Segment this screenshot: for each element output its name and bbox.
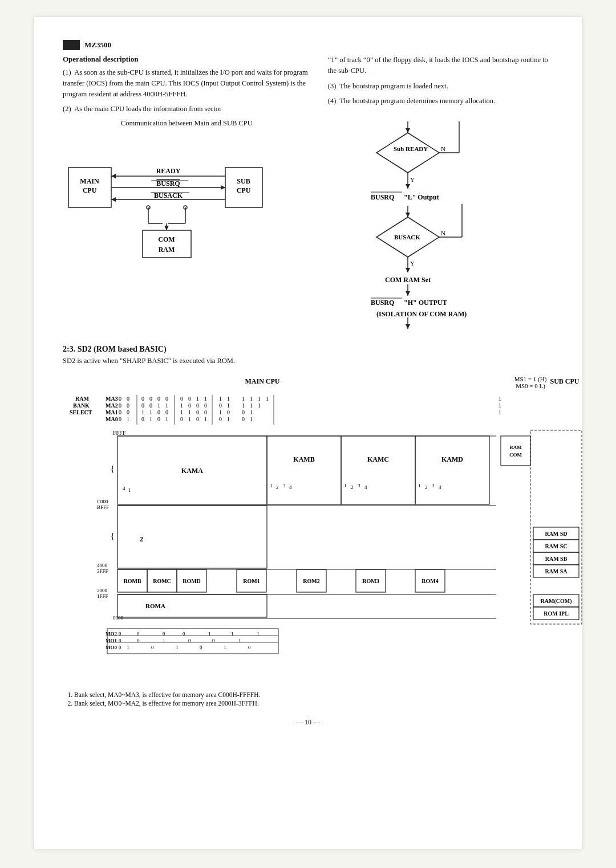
svg-text:1FFF: 1FFF xyxy=(97,593,108,599)
svg-text:0: 0 xyxy=(119,645,121,650)
svg-text:1: 1 xyxy=(242,396,245,402)
svg-text:0: 0 xyxy=(119,402,121,409)
svg-text:0: 0 xyxy=(151,645,154,650)
svg-text:BUSRQ: BUSRQ xyxy=(371,299,394,307)
svg-text:1: 1 xyxy=(499,402,501,409)
memory-map-diagram: MAIN CPU MS1 = 1 (H) MS0 = 0 L) SUB CPU … xyxy=(63,373,553,683)
svg-text:Sub  READY: Sub READY xyxy=(394,145,428,152)
svg-text:ROM3: ROM3 xyxy=(362,578,379,584)
svg-text:1: 1 xyxy=(149,409,152,415)
svg-text:0: 0 xyxy=(204,402,207,409)
svg-text:0: 0 xyxy=(227,409,230,415)
svg-text:0: 0 xyxy=(219,416,222,422)
svg-rect-187 xyxy=(117,594,267,617)
svg-text:RAM SC: RAM SC xyxy=(545,543,567,549)
svg-text:MAIN: MAIN xyxy=(80,177,99,185)
svg-rect-156 xyxy=(415,436,489,504)
svg-text:1: 1 xyxy=(127,645,129,650)
svg-rect-191 xyxy=(501,436,530,466)
op-item-2: (2) As the main CPU loads the informatio… xyxy=(63,104,311,115)
svg-text:0: 0 xyxy=(248,645,251,650)
op-desc-title: Operational description xyxy=(63,55,311,64)
svg-text:KAMA: KAMA xyxy=(181,467,203,475)
svg-marker-51 xyxy=(406,268,410,272)
svg-marker-29 xyxy=(406,128,410,133)
svg-text:1: 1 xyxy=(188,416,191,422)
logo-bar xyxy=(63,40,80,50)
svg-text:1: 1 xyxy=(227,402,230,409)
svg-text:RAM: RAM xyxy=(75,396,89,402)
svg-text:0: 0 xyxy=(219,402,222,409)
svg-text:0: 0 xyxy=(149,402,152,409)
svg-text:4000: 4000 xyxy=(97,563,108,568)
svg-text:SUB CPU: SUB CPU xyxy=(550,377,579,385)
svg-text:RAM: RAM xyxy=(159,246,175,254)
page-number: — 10 — xyxy=(63,718,553,727)
svg-text:0: 0 xyxy=(212,638,215,643)
svg-text:ROM IPL: ROM IPL xyxy=(544,610,569,617)
svg-text:1: 1 xyxy=(257,631,260,637)
svg-text:2: 2 xyxy=(276,484,279,490)
svg-text:FFFF: FFFF xyxy=(113,430,126,436)
svg-text:3FFF: 3FFF xyxy=(97,568,108,574)
svg-text:2: 2 xyxy=(425,484,428,490)
svg-text:1: 1 xyxy=(231,631,234,637)
svg-text:CPU: CPU xyxy=(83,186,97,194)
footnote-2: Bank select, MO0~MA2, is effective for m… xyxy=(74,700,553,707)
svg-text:1: 1 xyxy=(250,416,253,422)
svg-text:0: 0 xyxy=(157,396,160,402)
page: MZ3500 Operational description (1) As so… xyxy=(34,17,582,849)
svg-rect-230 xyxy=(107,629,278,654)
svg-text:N: N xyxy=(441,145,445,152)
svg-text:ROM4: ROM4 xyxy=(422,578,438,584)
svg-marker-10 xyxy=(221,185,225,190)
svg-text:0: 0 xyxy=(119,416,121,422)
svg-text:COM: COM xyxy=(158,235,175,243)
svg-text:1: 1 xyxy=(242,402,245,409)
svg-text:MA1: MA1 xyxy=(106,409,118,415)
svg-text:1: 1 xyxy=(165,402,168,409)
svg-text:0: 0 xyxy=(165,409,168,415)
svg-text:1: 1 xyxy=(157,402,160,409)
svg-text:1: 1 xyxy=(258,396,261,402)
svg-text:1: 1 xyxy=(128,487,131,493)
svg-text:0: 0 xyxy=(149,396,152,402)
svg-text:2: 2 xyxy=(140,535,143,543)
svg-text:1: 1 xyxy=(344,483,347,488)
svg-text:READY: READY xyxy=(156,167,181,175)
svg-text:0: 0 xyxy=(165,396,168,402)
svg-text:1: 1 xyxy=(165,416,168,422)
svg-text:KAMB: KAMB xyxy=(293,455,314,463)
svg-marker-54 xyxy=(406,291,410,296)
left-column: Operational description (1) As soon as t… xyxy=(63,55,311,267)
svg-text:1: 1 xyxy=(499,396,501,402)
section-23-desc: SD2 is active when "SHARP BASIC" is exec… xyxy=(63,357,553,365)
svg-text:1: 1 xyxy=(238,638,241,643)
svg-text:MA2: MA2 xyxy=(106,402,118,409)
svg-text:1: 1 xyxy=(176,645,179,650)
svg-text:SELECT: SELECT xyxy=(70,409,92,415)
svg-text:ROMB: ROMB xyxy=(123,578,141,584)
svg-marker-14 xyxy=(111,197,116,202)
svg-text:0: 0 xyxy=(119,409,121,415)
svg-text:1: 1 xyxy=(204,396,207,402)
svg-text:0: 0 xyxy=(119,396,121,402)
svg-text:1: 1 xyxy=(180,409,183,415)
svg-text:1: 1 xyxy=(250,396,253,402)
svg-text:RAM(COM): RAM(COM) xyxy=(541,598,572,605)
svg-text:0: 0 xyxy=(183,631,185,637)
svg-text:0: 0 xyxy=(180,416,183,422)
op-item-3: (3) The bootstrap program is loaded next… xyxy=(328,81,553,92)
svg-text:"L"  Output: "L" Output xyxy=(404,193,439,201)
flowchart-svg: Sub READY N Y BUSRQ "L" Output xyxy=(328,116,522,332)
svg-marker-24 xyxy=(164,226,169,230)
svg-text:0: 0 xyxy=(141,416,144,422)
svg-text:KAMD: KAMD xyxy=(441,455,463,463)
svg-text:1: 1 xyxy=(258,402,261,409)
svg-text:MAIN   CPU: MAIN CPU xyxy=(245,377,280,385)
svg-text:Y: Y xyxy=(410,176,415,183)
svg-text:1: 1 xyxy=(127,416,129,422)
svg-text:1: 1 xyxy=(499,409,501,415)
svg-text:0: 0 xyxy=(141,402,144,409)
comm-diagram-container: Communication between Main and SUB CPU M… xyxy=(63,119,311,267)
